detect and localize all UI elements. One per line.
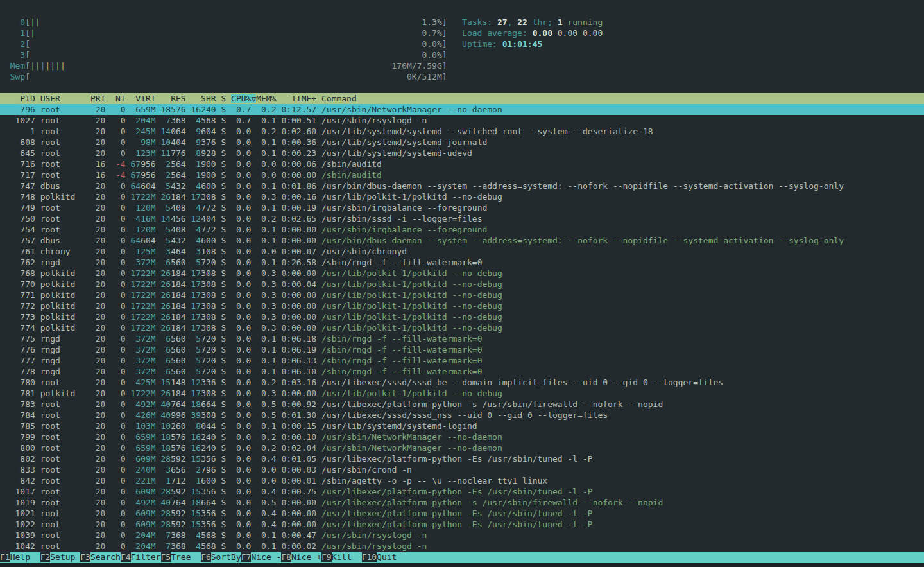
process-row-774[interactable]: 774 polkitd 20 0 1722M 26184 17308 S 0.0…: [0, 322, 924, 333]
fkey-f4[interactable]: F4: [121, 552, 131, 562]
fkey-f2[interactable]: F2: [40, 552, 51, 562]
cell-time: 0:00.16: [281, 192, 316, 202]
cell-user: root: [40, 476, 85, 485]
cell-cpu: 0.0: [231, 334, 251, 344]
process-row-1019[interactable]: 1019 root 20 0 492M 40764 18664 S 0.0 0.…: [0, 497, 924, 508]
cell-ni: 0: [110, 116, 125, 125]
cell-mem: 0.2: [256, 105, 276, 114]
cell-cpu: 0.0: [231, 498, 251, 507]
process-row-785[interactable]: 785 root 20 0 103M 10260 8044 S 0.0 0.1 …: [0, 421, 924, 432]
process-row-1027[interactable]: 1027 root 20 0 204M 7368 4568 S 0.7 0.1 …: [0, 115, 924, 126]
process-table-header: PID USER PRI NI VIRT RES SHR S CPU%▽MEM%…: [0, 93, 924, 104]
fkey-f9[interactable]: F9: [321, 552, 332, 562]
cell-time: 0:00.92: [281, 399, 316, 409]
process-row-1039[interactable]: 1039 root 20 0 204M 7368 4568 S 0.0 0.1 …: [0, 530, 924, 541]
process-row-773[interactable]: 773 polkitd 20 0 1722M 26184 17308 S 0.0…: [0, 311, 924, 322]
process-row-1022[interactable]: 1022 root 20 0 609M 28592 15356 S 0.0 0.…: [0, 519, 924, 530]
process-row-1021[interactable]: 1021 root 20 0 609M 28592 15356 S 0.0 0.…: [0, 508, 924, 519]
process-row-747[interactable]: 747 dbus 20 0 64604 5432 4600 S 0.0 0.1 …: [0, 180, 924, 191]
fkey-label-tree[interactable]: Tree: [171, 552, 201, 562]
process-row-783[interactable]: 783 root 20 0 492M 40764 18664 S 0.0 0.5…: [0, 399, 924, 410]
column-header-user[interactable]: USER: [40, 94, 85, 103]
cell-user: root: [40, 519, 85, 529]
cell-mem: 0.1: [256, 345, 276, 354]
fkey-label-help[interactable]: Help: [10, 552, 40, 562]
cell-pri: 20: [90, 367, 105, 376]
process-row-770[interactable]: 770 polkitd 20 0 1722M 26184 17308 S 0.0…: [0, 279, 924, 290]
process-row-778[interactable]: 778 rngd 20 0 372M 6560 5720 S 0.0 0.1 0…: [0, 366, 924, 377]
process-row-802[interactable]: 802 root 20 0 609M 28592 15356 S 0.0 0.4…: [0, 453, 924, 464]
column-header-virt[interactable]: VIRT: [131, 94, 156, 103]
column-header-time[interactable]: TIME+: [281, 94, 316, 103]
column-header-mem[interactable]: MEM%: [256, 94, 276, 103]
cell-ni: 0: [110, 454, 125, 464]
cell-cpu: 0.0: [231, 541, 251, 551]
fkey-label-setup[interactable]: Setup: [50, 552, 80, 562]
fkey-label-quit[interactable]: Quit: [377, 552, 407, 562]
cell-cpu: 0.0: [231, 312, 251, 322]
cell-pid: 785: [0, 421, 35, 431]
process-row-776[interactable]: 776 rngd 20 0 372M 6560 5720 S 0.0 0.1 0…: [0, 344, 924, 355]
process-row-761[interactable]: 761 chrony 20 0 125M 3464 3108 S 0.0 0.0…: [0, 246, 924, 257]
fkey-f3[interactable]: F3: [80, 552, 90, 562]
process-row-1[interactable]: 1 root 20 0 245M 14064 9604 S 0.0 0.2 0:…: [0, 126, 924, 137]
process-table: 796 root 20 0 659M 18576 16240 S 0.7 0.2…: [0, 104, 924, 552]
fkey-label-nice-[interactable]: Nice +: [291, 552, 321, 562]
fkey-f7[interactable]: F7: [241, 552, 252, 562]
cell-user: rngd: [40, 257, 85, 267]
process-row-780[interactable]: 780 root 20 0 425M 15148 12336 S 0.0 0.2…: [0, 377, 924, 388]
fkey-f8[interactable]: F8: [281, 552, 291, 562]
process-row-1042[interactable]: 1042 root 20 0 204M 7368 4568 S 0.0 0.1 …: [0, 541, 924, 552]
process-row-1017[interactable]: 1017 root 20 0 609M 28592 15356 S 0.0 0.…: [0, 486, 924, 497]
cell-pri: 20: [90, 268, 105, 278]
column-header-pid[interactable]: PID: [0, 94, 35, 103]
fkey-f6[interactable]: F6: [201, 552, 211, 562]
cell-time: 0:00.15: [281, 421, 316, 431]
fkey-label-nice-[interactable]: Nice -: [251, 552, 281, 562]
cell-pri: 20: [90, 225, 105, 234]
process-row-771[interactable]: 771 polkitd 20 0 1722M 26184 17308 S 0.0…: [0, 290, 924, 301]
fkey-f1[interactable]: F1: [0, 552, 10, 562]
process-row-754[interactable]: 754 root 20 0 120M 5408 4772 S 0.0 0.1 0…: [0, 224, 924, 235]
process-row-716[interactable]: 716 root 16 -4 67956 2564 1900 S 0.0 0.0…: [0, 159, 924, 170]
cell-cpu: 0.0: [231, 268, 251, 278]
process-row-796[interactable]: 796 root 20 0 659M 18576 16240 S 0.7 0.2…: [0, 104, 924, 115]
process-row-772[interactable]: 772 polkitd 20 0 1722M 26184 17308 S 0.0…: [0, 301, 924, 311]
fkey-label-sortby[interactable]: SortBy: [211, 552, 241, 562]
column-header-pri[interactable]: PRI: [90, 94, 105, 103]
process-row-799[interactable]: 799 root 20 0 659M 18576 16240 S 0.0 0.2…: [0, 432, 924, 442]
cell-ni: 0: [110, 247, 125, 256]
process-row-784[interactable]: 784 root 20 0 426M 40996 39308 S 0.0 0.5…: [0, 410, 924, 421]
process-row-749[interactable]: 749 root 20 0 120M 5408 4772 S 0.0 0.1 0…: [0, 202, 924, 213]
column-header-command[interactable]: Command: [321, 94, 357, 103]
process-row-717[interactable]: 717 root 16 -4 67956 2564 1900 S 0.0 0.0…: [0, 170, 924, 180]
fkey-f5[interactable]: F5: [161, 552, 171, 562]
process-row-645[interactable]: 645 root 20 0 123M 11776 8928 S 0.0 0.1 …: [0, 148, 924, 159]
process-row-842[interactable]: 842 root 20 0 221M 1712 1600 S 0.0 0.0 0…: [0, 475, 924, 486]
process-row-608[interactable]: 608 root 20 0 98M 10404 9376 S 0.0 0.1 0…: [0, 137, 924, 148]
process-row-757[interactable]: 757 dbus 20 0 64604 5432 4600 S 0.0 0.1 …: [0, 235, 924, 246]
process-row-800[interactable]: 800 root 20 0 659M 18576 16240 S 0.0 0.2…: [0, 442, 924, 453]
column-header-res[interactable]: RES: [161, 94, 186, 103]
cell-time: 0:00.00: [281, 509, 316, 518]
cell-pid: 750: [0, 214, 35, 223]
fkey-label-filter[interactable]: Filter: [131, 552, 161, 562]
process-row-762[interactable]: 762 rngd 20 0 372M 6560 5720 S 0.0 0.1 0…: [0, 257, 924, 268]
fkey-label-kill[interactable]: Kill: [332, 552, 362, 562]
process-row-781[interactable]: 781 polkitd 20 0 1722M 26184 17308 S 0.0…: [0, 388, 924, 399]
process-row-768[interactable]: 768 polkitd 20 0 1722M 26184 17308 S 0.0…: [0, 268, 924, 279]
column-header-ni[interactable]: NI: [110, 94, 125, 103]
fkey-label-search[interactable]: Search: [90, 552, 121, 562]
process-row-833[interactable]: 833 root 20 0 240M 3656 2796 S 0.0 0.0 0…: [0, 464, 924, 475]
cell-command: /usr/libexec/platform-python -s /usr/sbi…: [321, 399, 663, 409]
cell-command: /usr/sbin/irqbalance --foreground: [321, 203, 487, 213]
cell-cpu: 0.0: [231, 159, 251, 169]
column-header-cpu-sorted[interactable]: CPU%▽: [231, 94, 256, 103]
process-row-777[interactable]: 777 rngd 20 0 372M 6560 5720 S 0.0 0.1 0…: [0, 355, 924, 366]
mem-bar: |: [55, 61, 60, 71]
fkey-f10[interactable]: F10: [362, 552, 377, 562]
column-header-shr[interactable]: SHR: [191, 94, 216, 103]
process-row-748[interactable]: 748 polkitd 20 0 1722M 26184 17308 S 0.0…: [0, 191, 924, 202]
process-row-775[interactable]: 775 rngd 20 0 372M 6560 5720 S 0.0 0.1 0…: [0, 333, 924, 344]
process-row-750[interactable]: 750 root 20 0 416M 14456 12404 S 0.0 0.2…: [0, 213, 924, 224]
